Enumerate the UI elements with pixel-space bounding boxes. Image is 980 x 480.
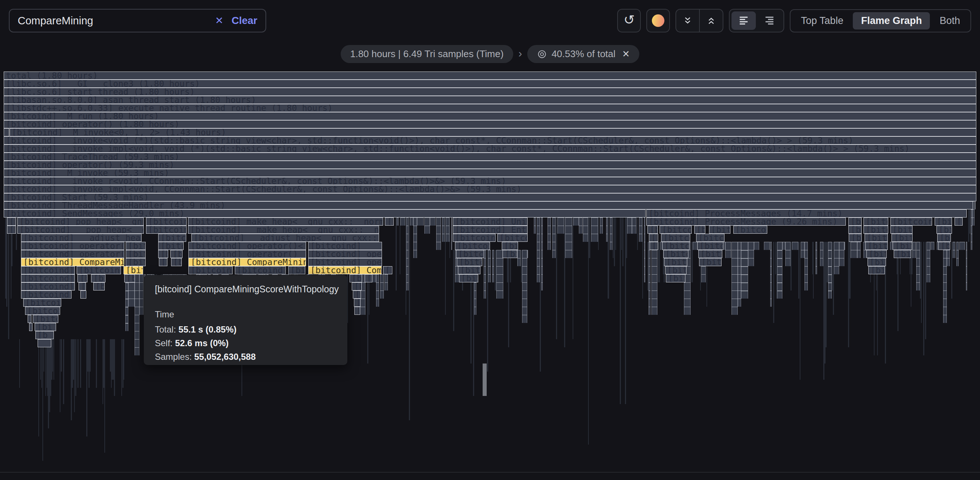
flame-bar[interactable]: [bitcoind] <box>353 291 361 299</box>
flame-bar[interactable]: [bitcoind] <box>709 226 730 234</box>
flame-bar[interactable]: [bitcoind] operator() <box>146 218 186 226</box>
flame-bar[interactable]: [bitcoind] <box>170 250 183 258</box>
flame-bar[interactable]: [bitcoind] <box>364 274 372 282</box>
flame-bar[interactable]: [bitcoind] <box>383 266 392 274</box>
flame-bar[interactable]: [bitcoind] operator() (1.80 hours) <box>4 120 976 128</box>
flame-bar[interactable]: [libstdc++.so.6.0.33] execute_native_thr… <box>4 104 976 112</box>
expand-all-button[interactable] <box>699 10 723 32</box>
align-left-button[interactable] <box>732 11 756 30</box>
flame-bar[interactable]: [bitcoind] <box>385 218 394 226</box>
flame-bar[interactable]: [bitcoind] _M_invoke (59.3 mins) <box>4 169 976 177</box>
flame-bar[interactable]: [bitcoind] <box>7 218 16 226</box>
flame-bar[interactable]: [bitcoind] <box>894 250 911 258</box>
view-option-both[interactable]: Both <box>931 12 968 30</box>
flame-bar[interactable]: [bitcoind] <box>91 274 105 282</box>
view-option-top-table[interactable]: Top Table <box>793 12 851 30</box>
flame-bar[interactable]: [bitcoind] oper <box>890 226 913 234</box>
search-input[interactable] <box>18 15 215 27</box>
flame-bar[interactable]: [bitcoind] <box>848 218 862 226</box>
flame-bar[interactable]: [bi <box>35 323 56 331</box>
flame-bar[interactable]: [bitcoind] oper <box>497 234 528 242</box>
flame-bar[interactable]: [bitcoind] <box>80 291 86 299</box>
flame-bar[interactable]: [bitcoind] op <box>697 242 723 250</box>
flame-bar[interactable]: [bitcoind] <box>25 307 60 315</box>
flame-bar[interactable]: [bitcoind] _M_run (1.80 hours) <box>4 112 976 120</box>
flame-bar[interactable]: [bitcoind] <box>848 226 862 234</box>
flame-bar[interactable]: [bitcoind] Compare <box>21 266 75 274</box>
flame-bar[interactable]: [bitcoind] pop_heap<__gnu_cxx::__normal_… <box>18 218 144 226</box>
flame-bar[interactable]: [bitcoind] <box>867 258 886 266</box>
flame-bar[interactable]: [bitcoind] <box>235 266 286 274</box>
flame-bar[interactable]: [b <box>35 331 54 339</box>
search-box[interactable]: ✕ Clear <box>9 9 266 32</box>
flame-bar[interactable]: [bitcoind] __adjust_heap<__gnu_cxx::__no… <box>21 234 142 242</box>
flame-bar[interactable]: [bitcoind] __adjust_heap<__gnu_cxx::__no… <box>191 234 379 242</box>
flame-bar[interactable]: [bitcoind] __invoke_impl<void, void (*)(… <box>4 145 976 153</box>
flame-bar[interactable]: [bitcoind] <box>171 258 182 266</box>
flame-bar[interactable]: [bitcoind] op <box>699 258 722 266</box>
flame-bar[interactable]: [bitcoind] oper <box>696 234 724 242</box>
flame-bar[interactable]: [bitcoind] op <box>664 258 687 266</box>
flame-bar[interactable]: [bitcoind] <box>126 242 146 250</box>
flame-bar[interactable]: [bitcoind] _M_invoke<0, 1, 2> (1.43 hour… <box>10 128 976 137</box>
flame-bar[interactable]: [bitcoind] op <box>891 234 913 242</box>
flame-bar-highlighted[interactable]: [bitcoind] CompareMiningScoreWithTopolog… <box>308 266 382 274</box>
flame-bar[interactable]: [bitcoind] __pop_heap<__gnu_cxx::__norma… <box>18 226 144 234</box>
flame-bar[interactable]: [bitcoind] <box>849 234 861 242</box>
flame-bar[interactable]: [bitcoind] operator() <box>660 226 692 234</box>
flame-bar[interactable]: [bitcoind] <box>354 299 361 307</box>
flame-bar[interactable]: [bitcoind] <box>352 282 361 291</box>
flame-bar[interactable]: [bitcoind] op <box>457 258 482 266</box>
collapse-all-button[interactable] <box>676 10 699 32</box>
range-chip[interactable]: 1.80 hours | 6.49 Tri samples (Time) <box>340 45 513 63</box>
align-right-button[interactable] <box>757 11 782 30</box>
flame-bar[interactable]: [bitcoind] __invoke_impl<void, CConnman:… <box>4 185 976 193</box>
flame-bar[interactable]: [bitcoind] <box>502 242 519 250</box>
flame-bar[interactable]: [bitcoind] TraceThread (59.3 mins) <box>4 153 976 161</box>
flame-bar[interactable]: [bitcoind] __invoke<void (*)(std::basic_… <box>4 137 976 145</box>
flame-bar[interactable]: [bitcoind] <box>694 226 705 234</box>
flame-bar[interactable]: [bitcoind] op <box>665 266 687 274</box>
flame-bar[interactable] <box>4 128 9 137</box>
color-scheme-button[interactable] <box>646 9 670 32</box>
flame-bar[interactable]: [bitcoind] <box>650 242 659 250</box>
flame-bar[interactable]: [bitcoind] <box>33 315 58 323</box>
flame-bar[interactable]: [libc.so.6] __GI___clone3 (1.80 hours) <box>4 79 976 88</box>
flame-bar[interactable]: [bitcoind] operator() <box>308 250 382 258</box>
flame-bar[interactable]: [bitcoind] <box>158 234 186 242</box>
flame-bar[interactable]: [bitcoind] operator()<__gnu_cxx:: <box>188 242 306 250</box>
flame-bar[interactable]: [bitcoind] operator() <box>308 258 382 266</box>
flame-bar[interactable]: [bitcoind] operator() <box>453 234 496 242</box>
view-option-flame-graph[interactable]: Flame Graph <box>853 12 930 30</box>
flame-bar[interactable]: [bitcoind] <box>938 242 950 250</box>
flame-bar[interactable]: [bitcoind] operator() <box>864 226 888 234</box>
reset-view-button[interactable]: ↺ <box>617 9 641 32</box>
flame-bar[interactable]: [bitcoind] operator()<__gnu_cxx::__norma… <box>21 242 124 250</box>
flame-bar[interactable]: [bitcoind] <box>350 274 362 282</box>
flame-bar[interactable]: [bitcoind] <box>78 282 86 291</box>
flame-bar[interactable]: [bitcoind] <box>354 307 360 315</box>
flame-bar-highlighted[interactable]: [bitcoind] CompareMiningScoreWithTopolog… <box>188 258 306 266</box>
flame-bar[interactable]: [bitcoind] SendMessages (29.0 mins) <box>4 210 646 218</box>
flame-bar[interactable]: [bitcoind] <box>937 234 951 242</box>
flame-bar-highlighted[interactable]: [bitcoind] CompareMiningScoreWithTopolog… <box>21 258 124 266</box>
flame-bar[interactable]: [bitcoind] <box>666 274 686 282</box>
flame-bar[interactable]: [bitcoind] <box>126 258 146 266</box>
flame-graph[interactable]: total (1.80 hours)[libc.so.6] __GI___clo… <box>4 72 976 474</box>
flame-bar[interactable]: [bitcoind] op <box>458 266 480 274</box>
flame-bar[interactable]: total (1.80 hours) <box>4 72 976 79</box>
flame-bar[interactable]: [bitcoind] __invoke_r<void, CConnman::St… <box>4 177 976 185</box>
flame-bar[interactable]: [bitcoind] <box>649 234 658 242</box>
flame-bar[interactable]: [bitcoind] operator() <box>890 218 932 226</box>
flame-bar[interactable]: [libasan.so.8.0.0] asan_thread_start (1.… <box>4 96 976 104</box>
flame-bar[interactable]: [bitcoind] <box>648 226 658 234</box>
clear-x-icon[interactable]: ✕ <box>215 16 223 26</box>
flame-bar[interactable]: [bitcoind] <box>93 282 105 291</box>
flame-bar[interactable]: [bitcoind] <box>21 282 75 291</box>
flame-bar[interactable]: [bitcoind] oper <box>455 242 490 250</box>
flame-bar[interactable]: [bitcoind] make_heap<__gnu_cxx::__normal… <box>188 218 383 226</box>
flame-bar[interactable]: [bitcoind] ProcessMessage (9.26 mins) <box>646 218 846 226</box>
flame-bar[interactable]: [bitcoind] <box>937 226 952 234</box>
flame-bar[interactable]: [bitcoind] operator() <box>146 226 186 234</box>
flame-bar[interactable] <box>28 315 32 323</box>
